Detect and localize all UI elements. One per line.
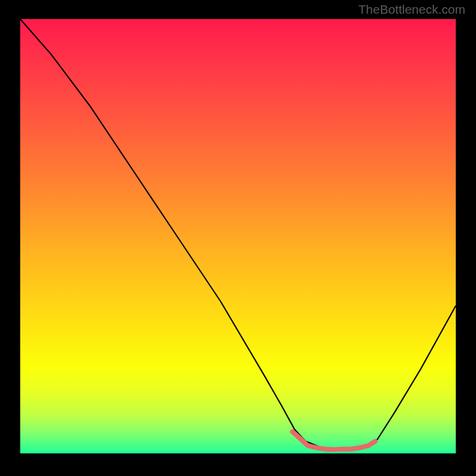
plot-area	[20, 19, 456, 453]
chart-svg	[20, 19, 456, 453]
curve-line	[20, 19, 456, 449]
highlight-line	[293, 432, 375, 450]
watermark-text: TheBottleneck.com	[358, 2, 465, 17]
